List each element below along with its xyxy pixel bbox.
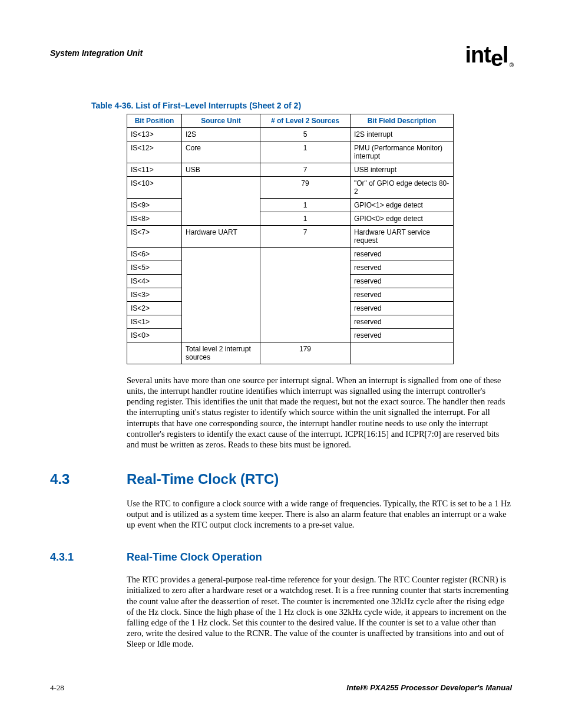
cell-bit: IS<7> bbox=[127, 226, 182, 248]
cell-bit bbox=[127, 342, 182, 364]
cell-cnt bbox=[260, 288, 351, 302]
cell-src bbox=[182, 248, 260, 261]
document-title: Intel® PXA255 Processor Developer's Manu… bbox=[346, 683, 512, 693]
cell-cnt bbox=[260, 329, 351, 342]
table-total-row: Total level 2 interrupt sources 179 bbox=[127, 342, 454, 364]
cell-src bbox=[182, 329, 260, 342]
cell-cnt: 7 bbox=[260, 226, 351, 248]
cell-desc bbox=[351, 342, 454, 364]
table-row: IS<0> reserved bbox=[127, 329, 454, 342]
section-title: Real-Time Clock (RTC) bbox=[127, 471, 279, 487]
cell-desc: Hardware UART service request bbox=[351, 226, 454, 248]
table-row: IS<12> Core 1 PMU (Performance Monitor) … bbox=[127, 141, 454, 163]
cell-cnt: 1 bbox=[260, 141, 351, 163]
cell-cnt bbox=[260, 248, 351, 261]
table-row: IS<7> Hardware UART 7 Hardware UART serv… bbox=[127, 226, 454, 248]
th-source-unit: Source Unit bbox=[182, 114, 260, 128]
cell-total-cnt: 179 bbox=[260, 342, 351, 364]
cell-desc: USB interrupt bbox=[351, 163, 454, 177]
table-row: IS<4> reserved bbox=[127, 275, 454, 288]
table-row: IS<6> reserved bbox=[127, 248, 454, 261]
table-row: IS<11> USB 7 USB interrupt bbox=[127, 163, 454, 177]
section-title: Real-Time Clock Operation bbox=[127, 551, 262, 564]
section-number: 4.3 bbox=[50, 471, 127, 487]
cell-desc: I2S interrupt bbox=[351, 128, 454, 141]
cell-src: USB bbox=[182, 163, 260, 177]
page-header: System Integration Unit intel® bbox=[50, 42, 512, 68]
body-paragraph: Several units have more than one source … bbox=[127, 375, 512, 450]
cell-desc: GPIO<0> edge detect bbox=[351, 212, 454, 226]
cell-src bbox=[182, 275, 260, 288]
cell-desc: reserved bbox=[351, 329, 454, 342]
table-row: IS<9> 1 GPIO<1> edge detect bbox=[127, 199, 454, 212]
section-heading-4-3-1: 4.3.1 Real-Time Clock Operation bbox=[50, 551, 512, 564]
cell-src: Core bbox=[182, 141, 260, 163]
cell-cnt: 1 bbox=[260, 199, 351, 212]
cell-desc: reserved bbox=[351, 315, 454, 329]
cell-cnt: 7 bbox=[260, 163, 351, 177]
cell-bit: IS<11> bbox=[127, 163, 182, 177]
page-footer: 4-28 Intel® PXA255 Processor Developer's… bbox=[50, 683, 512, 693]
cell-desc: reserved bbox=[351, 248, 454, 261]
cell-desc: GPIO<1> edge detect bbox=[351, 199, 454, 212]
cell-src bbox=[182, 315, 260, 329]
table-row: IS<5> reserved bbox=[127, 261, 454, 275]
table-row: IS<1> reserved bbox=[127, 315, 454, 329]
cell-src: I2S bbox=[182, 128, 260, 141]
table-row: IS<8> 1 GPIO<0> edge detect bbox=[127, 212, 454, 226]
th-level2-count: # of Level 2 Sources bbox=[260, 114, 351, 128]
body-paragraph: Use the RTC to configure a clock source … bbox=[127, 498, 512, 530]
section-heading-4-3: 4.3 Real-Time Clock (RTC) bbox=[50, 471, 512, 487]
cell-src bbox=[182, 199, 260, 212]
cell-desc: reserved bbox=[351, 302, 454, 315]
table-header-row: Bit Position Source Unit # of Level 2 So… bbox=[127, 114, 454, 128]
body-paragraph: The RTC provides a general-purpose real-… bbox=[127, 574, 512, 649]
intel-logo: intel® bbox=[465, 42, 512, 68]
running-head: System Integration Unit bbox=[50, 48, 143, 58]
cell-bit: IS<1> bbox=[127, 315, 182, 329]
cell-total-label: Total level 2 interrupt sources bbox=[182, 342, 260, 364]
cell-desc: "Or" of GPIO edge detects 80-2 bbox=[351, 177, 454, 199]
cell-cnt: 5 bbox=[260, 128, 351, 141]
th-bit-position: Bit Position bbox=[127, 114, 182, 128]
table-row: IS<3> reserved bbox=[127, 288, 454, 302]
cell-cnt: 79 bbox=[260, 177, 351, 199]
cell-desc: reserved bbox=[351, 288, 454, 302]
cell-cnt: 1 bbox=[260, 212, 351, 226]
cell-bit: IS<8> bbox=[127, 212, 182, 226]
cell-src bbox=[182, 212, 260, 226]
cell-cnt bbox=[260, 261, 351, 275]
cell-bit: IS<0> bbox=[127, 329, 182, 342]
cell-desc: PMU (Performance Monitor) interrupt bbox=[351, 141, 454, 163]
cell-bit: IS<5> bbox=[127, 261, 182, 275]
table-caption: Table 4-36. List of First–Level Interrup… bbox=[91, 101, 512, 110]
table-row: IS<10> 79 "Or" of GPIO edge detects 80-2 bbox=[127, 177, 454, 199]
cell-bit: IS<2> bbox=[127, 302, 182, 315]
cell-desc: reserved bbox=[351, 275, 454, 288]
registered-mark: ® bbox=[510, 62, 513, 68]
page: System Integration Unit intel® Table 4-3… bbox=[0, 0, 562, 728]
cell-cnt bbox=[260, 275, 351, 288]
cell-bit: IS<4> bbox=[127, 275, 182, 288]
section-number: 4.3.1 bbox=[50, 551, 127, 564]
cell-bit: IS<9> bbox=[127, 199, 182, 212]
cell-cnt bbox=[260, 315, 351, 329]
page-number: 4-28 bbox=[50, 683, 64, 693]
table-row: IS<2> reserved bbox=[127, 302, 454, 315]
cell-bit: IS<6> bbox=[127, 248, 182, 261]
cell-src: Hardware UART bbox=[182, 226, 260, 248]
table-row: IS<13> I2S 5 I2S interrupt bbox=[127, 128, 454, 141]
cell-bit: IS<13> bbox=[127, 128, 182, 141]
cell-cnt bbox=[260, 302, 351, 315]
interrupt-table: Bit Position Source Unit # of Level 2 So… bbox=[127, 114, 454, 364]
th-description: Bit Field Description bbox=[351, 114, 454, 128]
cell-bit: IS<3> bbox=[127, 288, 182, 302]
cell-desc: reserved bbox=[351, 261, 454, 275]
cell-bit: IS<10> bbox=[127, 177, 182, 199]
cell-bit: IS<12> bbox=[127, 141, 182, 163]
cell-src bbox=[182, 261, 260, 275]
cell-src bbox=[182, 177, 260, 199]
cell-src bbox=[182, 302, 260, 315]
cell-src bbox=[182, 288, 260, 302]
